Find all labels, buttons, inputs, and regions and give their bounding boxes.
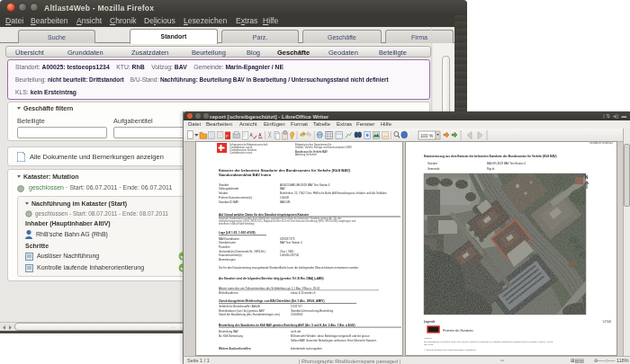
svg-text:betroffene in Bunt-Farbe hinte: betroffene in Bunt-Farbe hinterlegt. <box>219 222 255 226</box>
svg-text:Lage (LK 1:25, 1:50/1:4'029): Lage (LK 1:25, 1:50/1:4'029) <box>219 231 255 235</box>
svg-text:Bahnhofstr. 25, 7002 Chur; RhB: Bahnhofstr. 25, 7002 Chur; RhB'sche Bahn… <box>280 191 387 195</box>
svg-text:B/Untersteht Werden: diese Bei: B/Untersteht Werden: diese Beilenlager e… <box>291 334 370 338</box>
svg-text:Gemeinde: Gemeinde <box>428 167 440 171</box>
svg-text:GS-BAV-Nr. bs-bw.044: GS-BAV-Nr. bs-bw.044 <box>590 142 614 145</box>
svg-text:BAV: BAV <box>280 187 285 191</box>
svg-text:Gemeinde(n) (Gemeinde-Nr. / BF: Gemeinde(n) (Gemeinde-Nr. / BFS-Nr.) <box>219 250 266 253</box>
svg-text:Standortname: Standortname <box>219 241 236 244</box>
svg-text:Perimeter des Standortes: Perimeter des Standortes <box>443 329 474 333</box>
svg-text:Zweck dazugehörte Meldevorlage: Zweck dazugehörte Meldevorlage zum BAV-D… <box>219 299 324 303</box>
svg-text:629/287'273: 629/287'273 <box>280 237 295 241</box>
svg-text:Standort-ID BAV: Standort-ID BAV <box>219 200 238 204</box>
svg-text:13.92 VO: 13.92 VO <box>291 305 302 308</box>
svg-text:Legende: Legende <box>424 320 436 324</box>
svg-text:Standort: Standort <box>428 162 437 165</box>
svg-text:Parzellen: Parzellen <box>219 245 230 249</box>
svg-text:BAV-GR-8029 BAV Test Station 4: BAV-GR-8029 BAV Test Station 4 <box>487 162 526 165</box>
svg-text:Auf Grund welcher Daten für de: Auf Grund welcher Daten für den Standort… <box>219 213 310 217</box>
svg-text:Am Standort sind die folgenden: Am Standort sind die folgenden Betriebe … <box>219 277 324 280</box>
svg-text:Standort: Standort <box>219 183 230 187</box>
svg-text:BAV-Koordinaten: BAV-Koordinaten <box>219 237 239 241</box>
svg-text:Betriebsadresse: Betriebsadresse <box>219 291 238 295</box>
svg-text:100 %: 100 % <box>420 133 434 138</box>
svg-text:Katasternummer(n): Katasternummer(n) <box>219 253 242 257</box>
svg-text:100009: 100009 <box>280 196 289 200</box>
svg-text:nicht akt: nicht akt <box>291 330 301 333</box>
svg-text:Standortdatenblatt BAV Intern: Standortdatenblatt BAV Intern <box>219 173 272 177</box>
svg-text:Betriebsdauer (von / bis) gemä: Betriebsdauer (von / bis) gemäss AltlV <box>219 309 265 313</box>
svg-text:Aktiver name des von Teilnumme: Aktiver name des von Teilnummernbau des … <box>219 287 320 290</box>
svg-text:(bei KbS).: (bei KbS). <box>424 343 434 346</box>
svg-text:Chur / 3901: Chur / 3901 <box>280 250 294 253</box>
svg-text:A: A <box>250 132 254 137</box>
svg-text:Stand der Bearbeitung (des Sta: Stand der Bearbeitung (des Standorteintr… <box>219 313 280 316</box>
svg-text:BAV-GR.: BAV-GR. <box>280 200 291 204</box>
svg-text:BAV Test Station 4: BAV Test Station 4 <box>280 241 302 244</box>
svg-text:Standort-Untersuchung-Beurteil: Standort-Untersuchung-Beurteilung <box>291 309 334 313</box>
svg-text:Frühere Katasternummer(n): Frühere Katasternummer(n) <box>219 196 252 200</box>
svg-text:Beurteilung des Standortes im: Beurteilung des Standortes im KbS BAV ge… <box>219 324 356 327</box>
svg-text:Weitere Auskunftsstellen: Weitere Auskunftsstellen <box>219 347 251 351</box>
svg-text:Inhaber: Inhaber <box>219 191 228 195</box>
svg-text:etwas 4.10 werde ch: etwas 4.10 werde ch <box>291 291 316 295</box>
svg-text:Umwelt, Verkehr, Energie und K: Umwelt, Verkehr, Energie und Kommunikati… <box>295 146 352 149</box>
svg-text:Beurteilung BAV: Beurteilung BAV <box>219 330 238 333</box>
svg-text:Confederaziun svizra: Confederaziun svizra <box>230 151 253 155</box>
svg-text:20100902: 20100902 <box>291 313 303 316</box>
svg-text:Kataster der belasteten Stando: Kataster der belasteten Standorte des Bu… <box>219 168 351 173</box>
svg-text:100009-232704: 100009-232704 <box>280 253 299 257</box>
svg-text:bahnbetrieb nachzugeben: bahnbetrieb nachzugeben <box>291 347 322 351</box>
svg-text:Vollzeit BAV Gutachter Beladun: Vollzeit BAV Gutachter Beladungen umfass… <box>291 339 377 342</box>
svg-text:A00025.BAV-GR-8029 BAV Test St: A00025.BAV-GR-8029 BAV Test Station 4 <box>280 183 330 187</box>
svg-text:1:2'500: 1:2'500 <box>602 320 611 324</box>
svg-text:N: N <box>585 175 588 180</box>
svg-text:Vollzugsbehörde: Vollzugsbehörde <box>219 187 239 191</box>
svg-text:© 2011 Bundesamt für Landestop: © 2011 Bundesamt für Landestopografie (s… <box>424 349 476 351</box>
svg-text:Bemerkungen: Bemerkungen <box>219 258 236 262</box>
svg-text:Rigi dr: Rigi dr <box>487 167 494 171</box>
svg-text:Gefährliche Betriebsstoffe / A: Gefährliche Betriebsstoffe / Abfälle <box>219 305 260 308</box>
svg-text:Abteilung Sicherheit: Abteilung Sicherheit <box>295 153 317 156</box>
svg-text:Der dargestellte Perimeter zei: Der dargestellte Perimeter zeigt, über w… <box>424 341 554 343</box>
svg-text:A: A <box>258 132 262 137</box>
svg-text:Katasterauszug aus dem Kataste: Katasterauszug aus dem Kataster der bela… <box>424 155 557 158</box>
svg-text:Die für den Katastereintrag ma: Die für den Katastereintrag massgebende … <box>219 266 359 270</box>
svg-text:P: P <box>226 134 229 138</box>
svg-text:Bv. KbS Bemerkung: Bv. KbS Bemerkung <box>219 334 243 338</box>
